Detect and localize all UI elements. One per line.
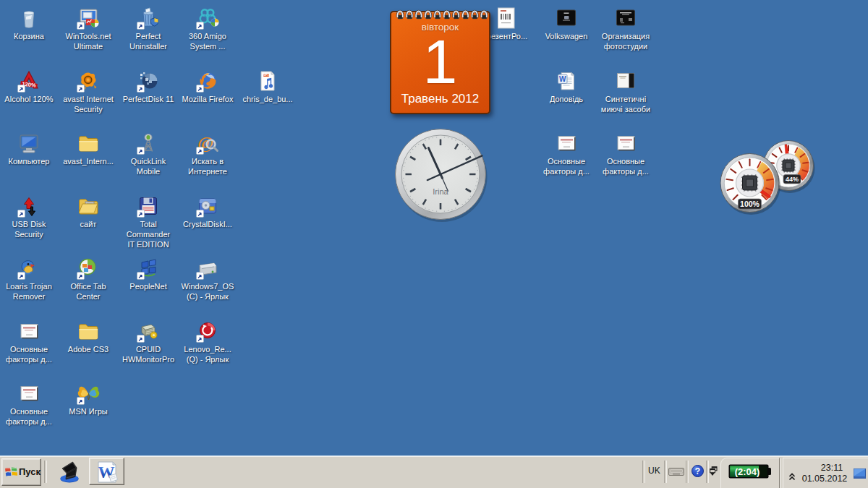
svg-text:44%: 44% — [786, 176, 799, 183]
svg-text:W: W — [559, 75, 566, 83]
svg-text:?: ? — [695, 466, 700, 476]
svg-text:(2:04): (2:04) — [735, 466, 760, 477]
svg-text:100%: 100% — [740, 200, 760, 208]
svg-text:MP3: MP3 — [263, 74, 268, 77]
